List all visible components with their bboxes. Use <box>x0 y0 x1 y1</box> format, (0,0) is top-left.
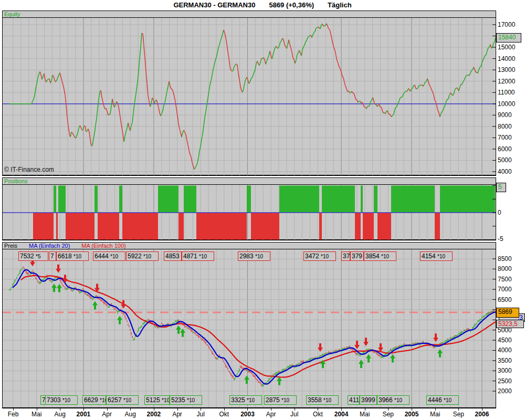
x-axis-tick <box>271 408 271 411</box>
buy-price-label: 2875 *10 <box>264 395 297 405</box>
sell-arrow-icon <box>354 341 360 349</box>
price-axis-tick: 2500 <box>498 377 512 385</box>
buy-price-label: 7303 *10 <box>45 395 78 405</box>
x-axis-tick <box>201 408 201 411</box>
quantity-multiplier: *10 <box>62 397 70 403</box>
ma100-legend: MA (Einfach 100) <box>81 243 125 249</box>
sell-price-label: 5922 *10 <box>126 251 159 261</box>
sell-price-label: 7 <box>49 251 56 261</box>
equity-axis-tick: 17000 <box>498 21 515 28</box>
x-axis-tick <box>435 408 436 411</box>
sell-price-label: 3854 *10 <box>364 251 396 261</box>
buy-arrow-icon <box>180 329 185 337</box>
price-axis-tick: 7000 <box>498 286 512 293</box>
equity-axis-tick: 4000 <box>498 168 512 175</box>
price-axis-tick: 4500 <box>498 337 512 344</box>
buy-price-label: 3558 *10 <box>306 395 339 405</box>
quantity-multiplier: *10 <box>110 254 118 259</box>
price-axis-tick: 7500 <box>498 276 512 283</box>
price-current-value-box: 5869 <box>496 308 519 318</box>
positions-plot[interactable] <box>3 185 496 240</box>
chart-window: GERMAN30 - GERMAN305869 (+0,36%)Täglich … <box>0 0 525 420</box>
chart-title: GERMAN30 - GERMAN305869 (+0,36%)Täglich <box>0 0 525 10</box>
x-axis-tick <box>318 408 318 411</box>
equity-axis-tick: 6000 <box>498 145 512 153</box>
quantity-multiplier: *5 <box>36 254 40 259</box>
x-axis-tick <box>295 408 295 411</box>
equity-current-value-box: 15840 <box>496 33 521 43</box>
buy-price-label: 5125 *10 <box>144 395 170 405</box>
sell-price-label: 2983 *10 <box>238 251 270 261</box>
sell-price-label: 379 <box>350 251 364 261</box>
x-axis-tick <box>154 408 154 411</box>
price-header: Preis MA (Einfach 20) MA (Einfach 100) <box>3 243 496 249</box>
buy-arrow-icon <box>244 375 249 384</box>
x-axis-tick <box>482 408 482 411</box>
sell-price-label: 37 <box>341 251 350 261</box>
ma100-value-box: 5323,5 <box>496 320 524 328</box>
equity-axis-tick: 10000 <box>498 100 515 108</box>
quantity-multiplier: *10 <box>394 397 402 403</box>
buy-arrow-icon <box>390 354 395 363</box>
buy-arrow-icon <box>117 316 122 324</box>
price-plot[interactable] <box>3 249 496 407</box>
x-axis-tick <box>458 408 459 411</box>
positions-axis-tick: 0 <box>498 209 501 216</box>
price-axis-tick: 8500 <box>498 255 512 262</box>
equity-axis-tick: 9000 <box>498 111 512 119</box>
x-axis-tick <box>341 408 342 411</box>
x-axis-tick <box>37 408 37 411</box>
price-axis-tick: 3000 <box>498 367 512 374</box>
x-axis-tick <box>412 408 412 411</box>
positions-current-value-box: 5 <box>496 183 506 192</box>
buy-price-label: 5235 *10 <box>170 395 202 405</box>
equity-header: Equity <box>3 11 496 18</box>
quantity-multiplier: *10 <box>444 397 452 403</box>
price-axis-tick: 3500 <box>498 357 512 364</box>
preis-label: Preis <box>4 243 17 249</box>
watermark: © IT-Finance.com <box>4 166 54 173</box>
sell-price-label: 6618 *10 <box>56 251 89 261</box>
quantity-multiplier: *10 <box>255 254 263 259</box>
buy-arrow-icon <box>57 284 62 292</box>
quantity-multiplier: *10 <box>162 397 170 403</box>
buy-price-label: 6257 *10 <box>106 395 139 405</box>
quantity-multiplier: *10 <box>247 397 255 403</box>
x-axis-tick <box>177 408 178 411</box>
x-axis-tick <box>83 408 84 411</box>
price-axis-tick: 8000 <box>498 265 512 272</box>
equity-axis-tick: 12000 <box>498 78 515 85</box>
quantity-multiplier: *10 <box>199 254 207 259</box>
sell-price-label: 4853 <box>164 251 182 261</box>
x-axis-label: 2006 <box>467 411 497 418</box>
equity-axis-tick: 8000 <box>498 123 512 130</box>
equity-axis-tick: 5000 <box>498 156 512 164</box>
buy-price-label: 4446 *10 <box>426 395 459 405</box>
equity-axis-tick: 7000 <box>498 134 512 141</box>
quantity-multiplier: *10 <box>381 254 389 259</box>
x-axis-tick <box>247 408 248 411</box>
quantity-multiplier: *10 <box>321 254 329 259</box>
quantity-multiplier: *10 <box>281 397 289 403</box>
quantity-multiplier: *10 <box>74 254 81 259</box>
quantity-multiplier: *10 <box>187 397 195 403</box>
equity-plot[interactable] <box>3 18 496 175</box>
buy-price-label: 3999 <box>360 395 377 405</box>
sell-price-label: 4871 *10 <box>182 251 214 261</box>
x-axis-tick <box>107 408 108 411</box>
instrument-name: GERMAN30 - GERMAN30 <box>173 1 255 9</box>
equity-axis-tick: 14000 <box>498 55 515 62</box>
sell-price-label: 4154 *10 <box>420 251 453 261</box>
equity-axis-tick: 13000 <box>498 66 515 74</box>
x-axis-tick <box>388 408 388 411</box>
quantity-multiplier: *10 <box>323 397 331 403</box>
quantity-multiplier: *10 <box>143 254 151 259</box>
sell-arrow-icon <box>62 275 68 283</box>
equity-axis-tick: 15000 <box>498 44 515 51</box>
x-axis-tick <box>60 408 60 411</box>
ma20-legend: MA (Einfach 20) <box>29 243 70 249</box>
price-axis-tick: 6500 <box>498 296 512 303</box>
quantity-multiplier: *10 <box>100 397 106 403</box>
sell-price-label: 6444 *10 <box>93 251 125 261</box>
price-axis-tick: 4000 <box>498 346 512 354</box>
